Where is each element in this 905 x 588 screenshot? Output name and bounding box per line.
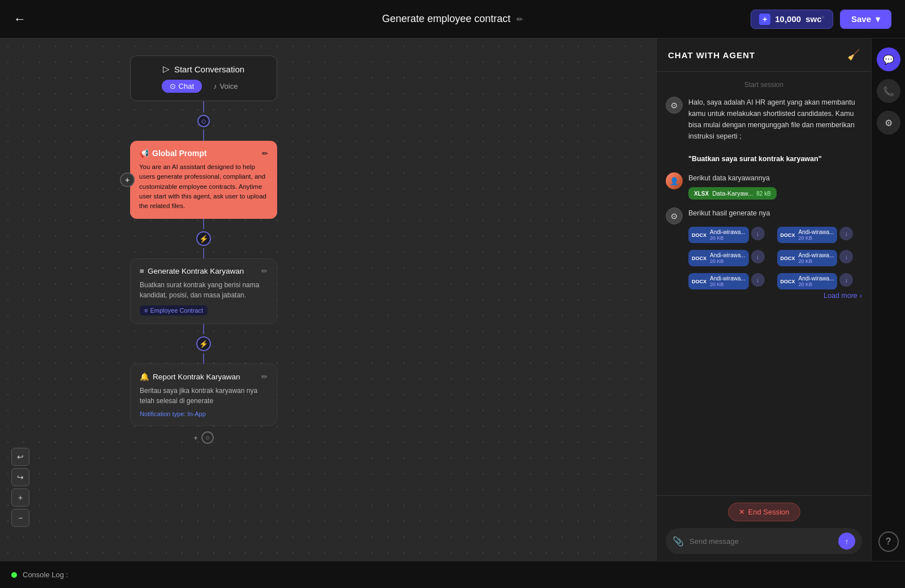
send-button[interactable]: ↑ (838, 533, 855, 550)
end-session-button[interactable]: ✕ End Session (728, 503, 800, 521)
chat-header: CHAT WITH AGENT 🧹 (657, 38, 871, 72)
agent-message-2-content: Berikut hasil generate nya DOCX Andi-wir… (688, 207, 862, 300)
download-btn-6[interactable]: ↓ (839, 273, 853, 287)
add-node-button[interactable]: + ○ (193, 431, 214, 444)
docx-chip-5: DOCX Andi-wirawa...20 KB (688, 273, 749, 289)
chat-panel: CHAT WITH AGENT 🧹 Start session ⊙ Halo, … (656, 38, 871, 561)
start-session-label: Start session (666, 81, 862, 89)
sidebar-settings-button[interactable]: ⚙ (877, 111, 900, 135)
plus-icon[interactable]: + (759, 14, 770, 25)
save-chevron: ▾ (876, 14, 880, 24)
global-node-body: You are an AI assistant designed to help… (139, 162, 268, 211)
download-btn-3[interactable]: ↓ (751, 250, 765, 263)
report-node[interactable]: 🔔 Report Kontrak Karyawan ✏ Beritau saya… (130, 364, 277, 426)
report-node-body: Beritau saya jika kontrak karyawan nya t… (140, 386, 268, 406)
user-message-1-content: Berikut data karyawannya XLSX Data-Karya… (688, 172, 862, 200)
voice-tab-icon: ♪ (213, 82, 217, 90)
canvas-tools: ↩ ↪ + − (11, 448, 29, 527)
generated-files-grid: DOCX Andi-wirawa...20 KB ↓ DOCX Andi-wir… (688, 223, 862, 289)
generate-node-header: ≡ Generate Kontrak Karyawan ✏ (140, 267, 268, 275)
broom-icon[interactable]: 🧹 (847, 49, 860, 61)
file-item-4: DOCX Andi-wirawa...20 KB ↓ (777, 247, 863, 266)
page-title: Generate employee contract ✏ (382, 13, 523, 25)
report-node-title: 🔔 Report Kontrak Karyawan (140, 372, 240, 381)
download-btn-1[interactable]: ↓ (751, 227, 765, 240)
console-dot (11, 572, 17, 578)
generate-node[interactable]: ≡ Generate Kontrak Karyawan ✏ Buatkan su… (130, 258, 277, 324)
xlsx-file-chip: XLSX Data-Karyaw... 82 kB (688, 187, 777, 200)
global-edit-icon[interactable]: ✏ (262, 149, 268, 158)
redo-button[interactable]: ↪ (11, 468, 29, 486)
add-node-circle: ○ (201, 431, 214, 444)
global-prompt-node[interactable]: + 📢 Global Prompt ✏ You are an AI assist… (130, 141, 277, 219)
agent-avatar-1: ⊙ (666, 97, 683, 114)
load-more-chevron: › (860, 292, 862, 300)
add-label: + (193, 434, 198, 442)
xlsx-label: XLSX (694, 191, 709, 197)
title-edit-icon[interactable]: ✏ (516, 15, 523, 24)
global-node-title: 📢 Global Prompt (139, 149, 206, 158)
user-message-1: 👤 Berikut data karyawannya XLSX Data-Kar… (666, 172, 862, 200)
agent-avatar-2: ⊙ (666, 207, 683, 224)
notification-tag: Notification type: In-App (140, 410, 268, 417)
start-node-title: ▷ Start Conversation (163, 64, 244, 74)
zoom-out-button[interactable]: − (11, 509, 29, 527)
user-message-1-text: Berikut data karyawannya (688, 172, 862, 184)
canvas[interactable]: ▷ Start Conversation ⊙ Chat ♪ Voice (0, 38, 656, 561)
send-input[interactable] (689, 537, 833, 546)
start-node-tabs: ⊙ Chat ♪ Voice (162, 80, 246, 93)
report-edit-icon[interactable]: ✏ (261, 373, 268, 381)
agent-message-1-content: Halo, saya adalah AI HR agent yang akan … (688, 97, 862, 165)
load-more-button[interactable]: Load more › (688, 292, 862, 300)
report-icon: 🔔 (140, 372, 149, 381)
swc-amount: 10,000 (775, 14, 801, 24)
sidebar-chat-button[interactable]: 💬 (877, 47, 900, 71)
connector-node-2: ⚡ (196, 231, 211, 246)
report-node-header: 🔔 Report Kontrak Karyawan ✏ (140, 372, 268, 381)
download-btn-5[interactable]: ↓ (751, 273, 765, 287)
connector-2: ⚡ (196, 219, 211, 258)
zoom-in-button[interactable]: + (11, 488, 29, 507)
attach-icon[interactable]: 📎 (673, 536, 684, 547)
sidebar-phone-button[interactable]: 📞 (877, 79, 900, 103)
connector-node-3: ⚡ (196, 336, 211, 351)
generate-node-tag: ≡ Employee Contract (140, 305, 208, 315)
docx-chip-3: DOCX Andi-wirawa...20 KB (688, 250, 749, 266)
connector-1: ◇ (197, 101, 210, 141)
back-button[interactable]: ← (14, 12, 26, 27)
voice-tab[interactable]: ♪ Voice (205, 80, 245, 93)
file-item-6: DOCX Andi-wirawa...20 KB ↓ (777, 270, 863, 289)
send-area: 📎 ↑ (666, 528, 862, 554)
start-conversation-node[interactable]: ▷ Start Conversation ⊙ Chat ♪ Voice (130, 55, 277, 101)
topbar-right: + 10,000 swc○ Save ▾ (751, 10, 891, 29)
swc-badge: + 10,000 swc○ (751, 10, 833, 29)
connector-3: ⚡ (196, 324, 211, 364)
swc-label: swc○ (805, 14, 825, 24)
user-file-attachment: XLSX Data-Karyaw... 82 kB (688, 184, 862, 200)
chat-title: CHAT WITH AGENT (668, 50, 755, 60)
agent-message-1-text: Halo, saya adalah AI HR agent yang akan … (688, 97, 862, 165)
generate-edit-icon[interactable]: ✏ (261, 267, 268, 275)
save-label: Save (851, 14, 871, 24)
undo-button[interactable]: ↩ (11, 448, 29, 466)
generate-node-body: Buatkan surat kontrak yang berisi nama k… (140, 280, 268, 300)
topbar: ← Generate employee contract ✏ + 10,000 … (0, 0, 905, 38)
quote-text: "Buatkan saya surat kontrak karyawan" (688, 155, 822, 163)
chat-footer: ✕ End Session 📎 ↑ (657, 495, 871, 561)
xlsx-size: 82 kB (756, 191, 771, 197)
download-btn-2[interactable]: ↓ (839, 227, 853, 240)
connector-node-1: ◇ (197, 115, 210, 127)
chat-tab[interactable]: ⊙ Chat (162, 80, 202, 93)
chat-tab-icon: ⊙ (170, 82, 176, 90)
help-button[interactable]: ? (878, 531, 899, 552)
play-icon: ▷ (163, 64, 170, 74)
xlsx-filename: Data-Karyaw... (712, 190, 753, 197)
docx-chip-1: DOCX Andi-wirawa...20 KB (688, 227, 749, 243)
file-item-3: DOCX Andi-wirawa...20 KB ↓ (688, 247, 774, 266)
expand-button[interactable]: + (120, 172, 135, 187)
flow-container: ▷ Start Conversation ⊙ Chat ♪ Voice (119, 55, 288, 444)
download-btn-4[interactable]: ↓ (839, 250, 853, 263)
save-button[interactable]: Save ▾ (840, 10, 891, 29)
file-item-1: DOCX Andi-wirawa...20 KB ↓ (688, 223, 774, 243)
docx-chip-2: DOCX Andi-wirawa...20 KB (777, 227, 838, 243)
